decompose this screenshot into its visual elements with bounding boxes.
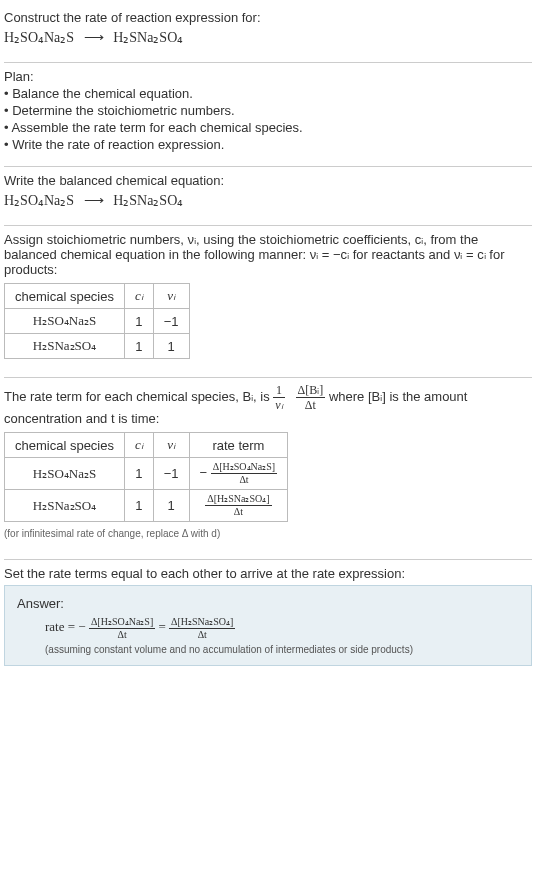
numerator: Δ[H₂SO₄Na₂S] [89, 617, 155, 629]
cell-species: H₂SO₄Na₂S [5, 309, 125, 334]
cell-species: H₂SNa₂SO₄ [5, 334, 125, 359]
denominator: Δt [205, 506, 271, 517]
arrow-icon: ⟶ [84, 29, 104, 46]
balanced-equation: H₂SO₄Na₂S ⟶ H₂SNa₂SO₄ [4, 192, 532, 209]
final-section: Set the rate terms equal to each other t… [4, 560, 532, 678]
table-header-row: chemical species cᵢ νᵢ [5, 284, 190, 309]
equals: = [158, 619, 169, 634]
cell-rate-term: − Δ[H₂SO₄Na₂S] Δt [189, 458, 288, 490]
cell-nu: 1 [153, 490, 189, 522]
answer-box: Answer: rate = − Δ[H₂SO₄Na₂S] Δt = Δ[H₂S… [4, 585, 532, 666]
fraction: Δ[H₂SO₄Na₂S] Δt [211, 462, 277, 485]
balanced-eq-left: H₂SO₄Na₂S [4, 193, 74, 208]
col-header: rate term [189, 433, 288, 458]
table-row: H₂SO₄Na₂S 1 −1 [5, 309, 190, 334]
col-header: cᵢ [125, 433, 154, 458]
numerator: Δ[Bᵢ] [296, 384, 326, 398]
denominator: Δt [211, 474, 277, 485]
numerator: Δ[H₂SNa₂SO₄] [169, 617, 235, 629]
plan-item: • Determine the stoichiometric numbers. [4, 103, 532, 118]
plan-section: Plan: • Balance the chemical equation. •… [4, 63, 532, 167]
arrow-icon: ⟶ [84, 192, 104, 209]
stoich-text: Assign stoichiometric numbers, νᵢ, using… [4, 232, 532, 277]
final-heading: Set the rate terms equal to each other t… [4, 566, 532, 581]
balanced-heading: Write the balanced chemical equation: [4, 173, 532, 188]
rateterm-note: (for infinitesimal rate of change, repla… [4, 528, 532, 539]
col-header: cᵢ [125, 284, 154, 309]
numerator: 1 [273, 384, 284, 398]
plan-item: • Balance the chemical equation. [4, 86, 532, 101]
cell-c: 1 [125, 490, 154, 522]
fraction: Δ[H₂SNa₂SO₄] Δt [169, 617, 235, 640]
table-header-row: chemical species cᵢ νᵢ rate term [5, 433, 288, 458]
text-before: The rate term for each chemical species,… [4, 389, 273, 404]
cell-species: H₂SNa₂SO₄ [5, 490, 125, 522]
rate-prefix: rate = − [45, 619, 86, 634]
cell-c: 1 [125, 309, 154, 334]
answer-equation: rate = − Δ[H₂SO₄Na₂S] Δt = Δ[H₂SNa₂SO₄] … [45, 617, 519, 640]
cell-rate-term: Δ[H₂SNa₂SO₄] Δt [189, 490, 288, 522]
fraction: 1 νᵢ [273, 384, 284, 411]
table-row: H₂SNa₂SO₄ 1 1 Δ[H₂SNa₂SO₄] Δt [5, 490, 288, 522]
cell-c: 1 [125, 458, 154, 490]
intro-heading: Construct the rate of reaction expressio… [4, 10, 532, 25]
rateterm-section: The rate term for each chemical species,… [4, 378, 532, 560]
cell-nu: −1 [153, 458, 189, 490]
rateterm-table: chemical species cᵢ νᵢ rate term H₂SO₄Na… [4, 432, 288, 522]
col-header: chemical species [5, 284, 125, 309]
rateterm-text: The rate term for each chemical species,… [4, 384, 532, 426]
neg-sign: − [200, 465, 208, 480]
intro-section: Construct the rate of reaction expressio… [4, 4, 532, 63]
fraction: Δ[H₂SO₄Na₂S] Δt [89, 617, 155, 640]
plan-item: • Assemble the rate term for each chemic… [4, 120, 532, 135]
stoich-table: chemical species cᵢ νᵢ H₂SO₄Na₂S 1 −1 H₂… [4, 283, 190, 359]
balanced-eq-right: H₂SNa₂SO₄ [113, 193, 183, 208]
table-row: H₂SNa₂SO₄ 1 1 [5, 334, 190, 359]
intro-equation: H₂SO₄Na₂S ⟶ H₂SNa₂SO₄ [4, 29, 532, 46]
fraction: Δ[H₂SNa₂SO₄] Δt [205, 494, 271, 517]
cell-nu: 1 [153, 334, 189, 359]
plan-heading: Plan: [4, 69, 532, 84]
balanced-section: Write the balanced chemical equation: H₂… [4, 167, 532, 226]
cell-nu: −1 [153, 309, 189, 334]
denominator: Δt [296, 398, 326, 411]
denominator: νᵢ [273, 398, 284, 411]
numerator: Δ[H₂SNa₂SO₄] [205, 494, 271, 506]
plan-item: • Write the rate of reaction expression. [4, 137, 532, 152]
intro-eq-right: H₂SNa₂SO₄ [113, 30, 183, 45]
cell-species: H₂SO₄Na₂S [5, 458, 125, 490]
denominator: Δt [169, 629, 235, 640]
col-header: chemical species [5, 433, 125, 458]
stoich-section: Assign stoichiometric numbers, νᵢ, using… [4, 226, 532, 378]
col-header: νᵢ [153, 433, 189, 458]
denominator: Δt [89, 629, 155, 640]
answer-label: Answer: [17, 596, 519, 611]
answer-note: (assuming constant volume and no accumul… [45, 644, 519, 655]
cell-c: 1 [125, 334, 154, 359]
fraction: Δ[Bᵢ] Δt [296, 384, 326, 411]
table-row: H₂SO₄Na₂S 1 −1 − Δ[H₂SO₄Na₂S] Δt [5, 458, 288, 490]
numerator: Δ[H₂SO₄Na₂S] [211, 462, 277, 474]
col-header: νᵢ [153, 284, 189, 309]
intro-eq-left: H₂SO₄Na₂S [4, 30, 74, 45]
